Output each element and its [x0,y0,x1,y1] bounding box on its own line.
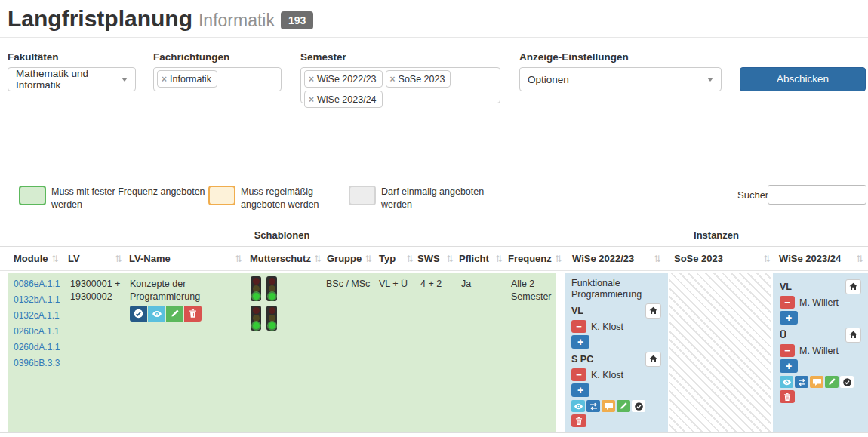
module-link[interactable]: 0132bA.1.1 [14,292,60,308]
transfer-arrows-icon [589,402,599,411]
instance-toolbar [780,376,861,388]
column-header-typ[interactable]: Typ⇅ [379,253,414,264]
add-person-button[interactable]: + [780,359,798,373]
column-header-wise-2022-23[interactable]: WiSe 2022/23⇅ [572,253,661,264]
person-row: − K. Klost [571,368,661,381]
column-header-lv[interactable]: LV⇅ [68,253,122,264]
check-circle-icon [842,377,852,387]
sort-icon: ⇅ [856,254,863,264]
remove-person-button[interactable]: − [571,320,586,333]
transfer-button[interactable] [795,376,808,388]
semester-label: Semester [300,51,346,63]
view-button[interactable] [148,306,165,322]
faculty-label: Fakultäten [8,51,59,63]
title-divider [0,37,868,38]
column-header-sose-2023[interactable]: SoSe 2023⇅ [674,253,771,264]
pflicht-value: Ja [461,278,471,291]
person-name: K. Klost [591,370,623,380]
sort-icon: ⇅ [406,254,414,264]
sort-icon: ⇅ [314,254,322,264]
person-row: − K. Klost [571,320,661,333]
edit-button[interactable] [617,400,630,412]
check-circle-icon [634,402,644,411]
comment-button[interactable] [810,376,823,388]
column-header-lv-name[interactable]: LV-Name⇅ [129,253,242,264]
submit-button[interactable]: Abschicken [740,67,866,91]
column-header-pflicht[interactable]: Pflicht⇅ [459,253,503,264]
tag-remove-icon[interactable]: × [309,74,314,85]
view-button[interactable] [571,400,585,412]
fachrichtungen-multiselect[interactable]: × Informatik [153,67,282,91]
view-button[interactable] [780,376,793,388]
module-link[interactable]: 0260dA.1.1 [14,340,60,355]
remove-person-button[interactable]: − [571,368,586,381]
remove-person-button[interactable]: − [780,344,795,357]
column-header-gruppe[interactable]: Gruppe⇅ [327,253,372,264]
section-header-spc: S PC [571,352,661,366]
person-name: M. Willert [799,346,839,356]
column-header-frequenz[interactable]: Frequenz⇅ [508,253,556,264]
semester-multiselect[interactable]: × WiSe 2022/23 × SoSe 2023 × WiSe 2023/2… [300,67,500,103]
house-icon [648,306,658,315]
trash-icon [574,417,583,426]
column-header-sws[interactable]: SWS⇅ [417,253,454,264]
column-header-module[interactable]: Module⇅ [14,253,59,264]
display-settings-value: Optionen [528,74,569,85]
remove-person-button[interactable]: − [780,296,795,309]
home-button[interactable] [845,279,861,294]
edit-button[interactable] [166,306,183,322]
delete-instance-button[interactable] [571,414,586,427]
module-link[interactable]: 0086eA.1.1 [14,276,60,292]
mutterschutz-status [251,276,277,331]
home-button[interactable] [645,352,661,367]
person-name: K. Klost [591,322,623,332]
page-subtitle: Informatik [199,11,275,30]
delete-button[interactable] [184,306,202,322]
comment-button[interactable] [602,400,615,412]
transfer-button[interactable] [586,400,600,412]
instance-title: Funktionale Programmierung [571,278,660,300]
tag-sose-2023: × SoSe 2023 [386,70,451,88]
add-person-button[interactable]: + [571,335,589,349]
search-input[interactable] [768,185,866,205]
trash-icon [783,392,792,402]
column-header-mutterschutz[interactable]: Mutterschutz⇅ [250,253,320,264]
module-link[interactable]: 0396bB.3.3 [14,355,60,371]
delete-instance-button[interactable] [780,390,795,403]
home-button[interactable] [645,303,661,319]
person-row: − M. Willert [780,296,861,309]
tag-remove-icon[interactable]: × [309,94,314,105]
eye-icon [574,402,583,411]
sort-icon: ⇅ [555,254,562,264]
display-settings-label: Anzeige-Einstellungen [519,51,629,63]
tag-label: WiSe 2022/23 [317,74,377,85]
traffic-light-green-icon [266,306,277,331]
page-title-bar: LangfristplanungInformatik193 [8,6,313,32]
person-row: − M. Willert [780,344,861,357]
confirm-button[interactable] [130,306,147,322]
approve-button[interactable] [632,400,645,412]
module-link[interactable]: 0260cA.1.1 [14,324,60,340]
tag-remove-icon[interactable]: × [390,74,396,85]
tag-remove-icon[interactable]: × [162,74,167,85]
fachrichtungen-label: Fachrichtungen [153,51,229,63]
search-label: Suchen [737,189,771,201]
add-person-button[interactable]: + [571,383,589,397]
legend-swatch-green [19,186,46,205]
eye-icon [782,377,792,387]
sws-value: 4 + 2 [420,278,442,291]
module-link[interactable]: 0132cA.1.1 [14,308,60,324]
faculty-select[interactable]: Mathematik und Informatik [8,67,136,91]
trash-icon [188,309,198,319]
header-row-border [0,270,868,271]
faculty-select-value: Mathematik und Informatik [16,68,122,91]
add-person-button[interactable]: + [780,311,798,325]
column-header-wise-2023-24[interactable]: WiSe 2023/24⇅ [779,253,863,264]
home-button[interactable] [845,328,861,343]
display-settings-select[interactable]: Optionen [519,67,722,91]
sort-icon: ⇅ [365,254,372,264]
approve-button[interactable] [840,376,854,388]
lv-numbers: 19300001 + 19300002 [70,278,125,303]
caret-down-icon [707,78,713,82]
edit-button[interactable] [825,376,839,388]
